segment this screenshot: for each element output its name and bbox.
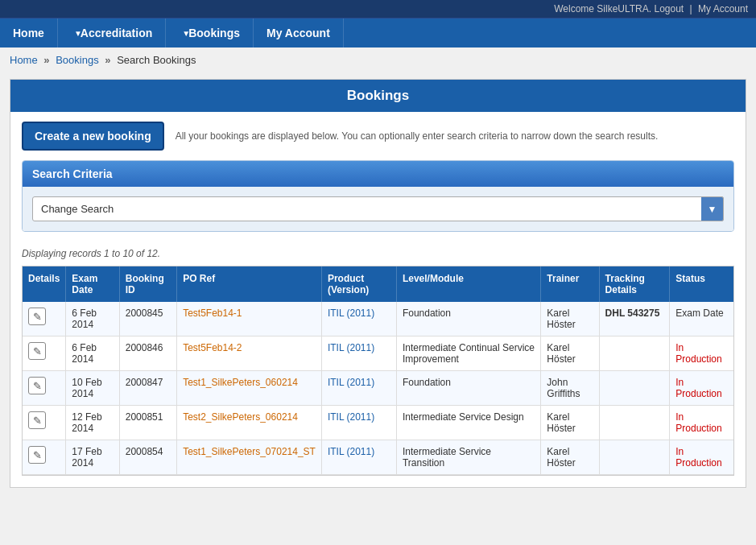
- tracking-value: DHL 543275: [605, 308, 660, 319]
- cell-trainer: Karel Höster: [541, 406, 599, 440]
- table-row: ✎6 Feb 20142000846Test5Feb14-2ITIL (2011…: [23, 336, 733, 371]
- cell-trainer: John Griffiths: [541, 371, 599, 406]
- cell-po-ref: Test1_SilkePeters_070214_ST: [177, 440, 322, 475]
- cell-product: ITIL (2011): [321, 440, 396, 475]
- cell-details: ✎: [23, 371, 66, 406]
- search-select-wrapper: Change Search ▼: [32, 196, 724, 221]
- page-title: Bookings: [10, 80, 746, 112]
- product-link[interactable]: ITIL (2011): [328, 411, 374, 423]
- cell-po-ref: Test1_SilkePeters_060214: [177, 371, 322, 406]
- cell-po-ref: Test5Feb14-1: [177, 302, 322, 336]
- cell-details: ✎: [23, 440, 66, 475]
- status-value: Exam Date: [675, 308, 723, 319]
- cell-tracking: [599, 406, 670, 440]
- col-header-po-ref: PO Ref: [177, 266, 322, 302]
- cell-booking-id: 2000846: [119, 336, 176, 371]
- edit-icon[interactable]: ✎: [28, 342, 46, 360]
- table-row: ✎17 Feb 20142000854Test1_SilkePeters_070…: [23, 440, 733, 475]
- cell-trainer: Karel Höster: [541, 440, 599, 475]
- table-row: ✎10 Feb 20142000847Test1_SilkePeters_060…: [23, 371, 733, 406]
- po-ref-link[interactable]: Test1_SilkePeters_070214_ST: [183, 446, 316, 457]
- table-body: ✎6 Feb 20142000845Test5Feb14-1ITIL (2011…: [23, 302, 733, 475]
- cell-exam-date: 12 Feb 2014: [66, 406, 119, 440]
- cell-details: ✎: [23, 406, 66, 440]
- create-booking-button[interactable]: Create a new booking: [22, 122, 164, 151]
- separator: |: [690, 3, 695, 14]
- nav-bookings-label: Bookings: [188, 27, 240, 39]
- cell-trainer: Karel Höster: [541, 336, 599, 371]
- status-value: In Production: [675, 411, 721, 434]
- breadcrumb-sep-2: »: [105, 54, 110, 66]
- nav-item-accreditation[interactable]: ▼ Accreditation: [58, 19, 166, 47]
- po-ref-link[interactable]: Test5Feb14-1: [183, 308, 242, 319]
- nav-item-home[interactable]: Home: [0, 19, 58, 47]
- edit-icon[interactable]: ✎: [28, 446, 46, 464]
- po-ref-link[interactable]: Test1_SilkePeters_060214: [183, 377, 298, 388]
- search-criteria-body: Change Search ▼: [23, 187, 733, 231]
- cell-tracking: [599, 371, 670, 406]
- toolbar: Create a new booking All your bookings a…: [10, 112, 746, 160]
- cell-exam-date: 10 Feb 2014: [66, 371, 119, 406]
- edit-icon[interactable]: ✎: [28, 308, 46, 325]
- cell-level-module: Foundation: [396, 371, 540, 406]
- product-link[interactable]: ITIL (2011): [328, 377, 374, 388]
- col-header-details: Details: [23, 266, 66, 302]
- table-row: ✎6 Feb 20142000845Test5Feb14-1ITIL (2011…: [23, 302, 733, 336]
- cell-po-ref: Test2_SilkePeters_060214: [177, 406, 322, 440]
- cell-status: Exam Date: [670, 302, 733, 336]
- nav-my-account-label: My Account: [266, 27, 330, 39]
- breadcrumb-sep-1: »: [43, 54, 49, 66]
- page-content: Bookings Create a new booking All your b…: [10, 79, 746, 488]
- cell-status: In Production: [670, 406, 733, 440]
- cell-po-ref: Test5Feb14-2: [177, 336, 322, 371]
- cell-product: ITIL (2011): [321, 302, 396, 336]
- logout-link[interactable]: Logout: [654, 3, 684, 14]
- edit-icon[interactable]: ✎: [28, 411, 46, 429]
- cell-level-module: Foundation: [396, 302, 540, 336]
- status-value: In Production: [675, 446, 721, 469]
- cell-level-module: Intermediate Service Design: [396, 406, 540, 440]
- cell-booking-id: 2000854: [119, 440, 176, 475]
- cell-status: In Production: [670, 440, 733, 475]
- nav-home-label: Home: [13, 27, 44, 39]
- breadcrumb: Home » Bookings » Search Bookings: [0, 47, 756, 72]
- po-ref-link[interactable]: Test2_SilkePeters_060214: [183, 411, 298, 423]
- product-link[interactable]: ITIL (2011): [328, 308, 374, 319]
- search-criteria-box: Search Criteria Change Search ▼: [22, 160, 734, 232]
- cell-product: ITIL (2011): [321, 371, 396, 406]
- nav-item-bookings[interactable]: ▼ Bookings: [166, 19, 254, 47]
- nav-bar: Home ▼ Accreditation ▼ Bookings My Accou…: [0, 19, 756, 47]
- breadcrumb-home[interactable]: Home: [10, 54, 38, 66]
- cell-product: ITIL (2011): [321, 406, 396, 440]
- search-criteria-header: Search Criteria: [23, 161, 733, 187]
- edit-icon[interactable]: ✎: [28, 377, 46, 394]
- nav-item-my-account[interactable]: My Account: [254, 19, 344, 47]
- my-account-link[interactable]: My Account: [698, 3, 748, 14]
- nav-accreditation-label: Accreditation: [81, 27, 152, 39]
- welcome-text: Welcome SilkeULTRA.: [554, 3, 651, 14]
- cell-exam-date: 6 Feb 2014: [66, 302, 119, 336]
- cell-product: ITIL (2011): [321, 336, 396, 371]
- table-row: ✎12 Feb 20142000851Test2_SilkePeters_060…: [23, 406, 733, 440]
- cell-details: ✎: [23, 336, 66, 371]
- po-ref-link[interactable]: Test5Feb14-2: [183, 342, 242, 353]
- col-header-exam-date: Exam Date: [66, 266, 119, 302]
- cell-level-module: Intermediate Service Transition: [396, 440, 540, 475]
- cell-tracking: [599, 440, 670, 475]
- col-header-tracking: Tracking Details: [599, 266, 670, 302]
- cell-exam-date: 17 Feb 2014: [66, 440, 119, 475]
- cell-trainer: Karel Höster: [541, 302, 599, 336]
- toolbar-description: All your bookings are displayed below. Y…: [176, 130, 734, 142]
- product-link[interactable]: ITIL (2011): [328, 446, 374, 457]
- cell-booking-id: 2000851: [119, 406, 176, 440]
- change-search-select[interactable]: Change Search: [32, 196, 724, 221]
- bookings-table: Details Exam Date Booking ID PO Ref Prod…: [23, 266, 733, 475]
- breadcrumb-bookings[interactable]: Bookings: [56, 54, 98, 66]
- breadcrumb-current: Search Bookings: [117, 54, 196, 66]
- top-bar: Welcome SilkeULTRA. Logout | My Account: [0, 0, 756, 19]
- col-header-booking-id: Booking ID: [119, 266, 176, 302]
- product-link[interactable]: ITIL (2011): [328, 342, 374, 353]
- col-header-trainer: Trainer: [541, 266, 599, 302]
- col-header-product: Product (Version): [321, 266, 396, 302]
- table-head: Details Exam Date Booking ID PO Ref Prod…: [23, 266, 733, 302]
